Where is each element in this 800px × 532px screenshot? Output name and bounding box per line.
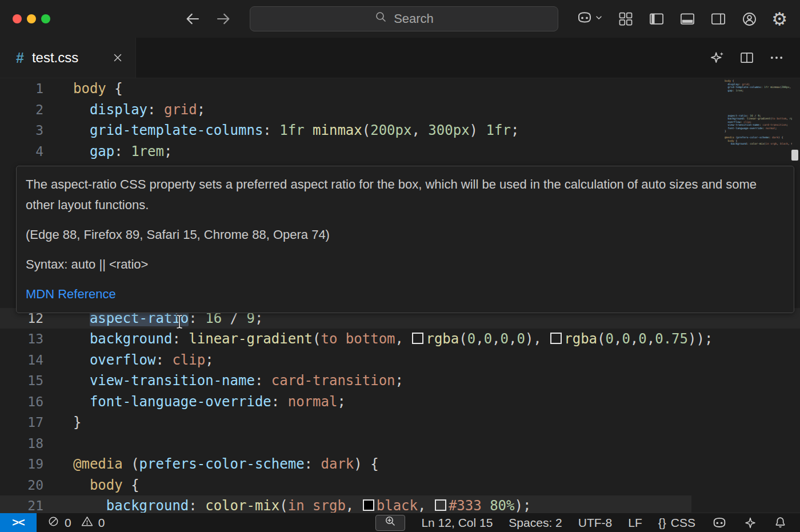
token: 1fr	[279, 122, 313, 138]
encoding-status[interactable]: UTF-8	[578, 516, 613, 530]
token: :	[156, 352, 173, 368]
token: background	[106, 498, 189, 513]
copilot-sparkle-icon[interactable]	[709, 49, 726, 66]
tooltip-browser-support: (Edge 88, Firefox 89, Safari 15, Chrome …	[26, 225, 785, 245]
more-actions-icon[interactable]	[768, 49, 785, 66]
color-swatch[interactable]	[550, 333, 562, 344]
maximize-window-button[interactable]	[41, 14, 50, 23]
token: black	[377, 498, 418, 513]
line-number[interactable]: 21	[0, 498, 43, 513]
code-text: body {	[73, 475, 139, 496]
token: dark	[321, 456, 354, 472]
cursor-position-status[interactable]: Ln 12, Col 15	[421, 516, 493, 530]
token: 80%	[490, 498, 514, 513]
token	[73, 143, 90, 159]
code-line[interactable]: 17}	[0, 412, 800, 433]
editor: 1body {2 display: grid;3 grid-template-c…	[0, 78, 800, 513]
color-swatch[interactable]	[412, 333, 423, 344]
line-number[interactable]: 2	[0, 102, 43, 117]
toggle-primary-sidebar-icon[interactable]	[648, 10, 665, 27]
tab-test-css[interactable]: # test.css	[0, 38, 136, 78]
traffic-lights	[13, 14, 50, 23]
line-number[interactable]: 4	[0, 144, 43, 159]
token: (	[123, 456, 139, 472]
color-swatch[interactable]	[363, 499, 374, 511]
code-line[interactable]: 19@media (prefers-color-scheme: dark) {	[0, 454, 800, 475]
close-window-button[interactable]	[13, 14, 22, 23]
color-swatch[interactable]	[435, 499, 446, 511]
forward-arrow-icon[interactable]	[215, 10, 232, 27]
token: }	[73, 414, 81, 430]
split-editor-icon[interactable]	[738, 49, 755, 66]
account-icon[interactable]	[741, 10, 758, 27]
code-line[interactable]: 1body {	[0, 78, 800, 99]
token: (	[362, 122, 370, 138]
line-number[interactable]: 19	[0, 457, 43, 471]
warning-count: 0	[98, 516, 105, 530]
token: :	[114, 143, 131, 159]
code-line[interactable]: 18	[0, 433, 800, 454]
minimap[interactable]: body { display: grid; grid-template-colu…	[725, 79, 792, 146]
minimize-window-button[interactable]	[27, 14, 36, 23]
token: ;	[395, 373, 403, 389]
line-number[interactable]: 3	[0, 123, 43, 138]
line-number[interactable]: 1	[0, 81, 43, 96]
code-line[interactable]: 14 overflow: clip;	[0, 350, 800, 371]
token: :	[305, 456, 321, 472]
toggle-panel-icon[interactable]	[679, 10, 696, 27]
notifications-bell-icon[interactable]	[773, 515, 787, 530]
mdn-reference-link[interactable]: MDN Reference	[26, 284, 116, 305]
error-count: 0	[65, 516, 71, 530]
tabbar: # test.css	[0, 38, 800, 78]
code-line[interactable]: 15 view-transition-name: card-transition…	[0, 370, 800, 391]
settings-gear-icon[interactable]: ⚙	[771, 10, 787, 28]
indentation-status[interactable]: Spaces: 2	[509, 516, 562, 530]
copilot-menu-button[interactable]	[576, 9, 603, 29]
token: 1fr	[486, 122, 511, 138]
code-line[interactable]: 16 font-language-override: normal;	[0, 391, 800, 413]
zoom-in-icon	[383, 514, 397, 531]
scrollbar-thumb[interactable]	[791, 150, 798, 161]
sparkle-status-icon[interactable]	[743, 516, 757, 530]
token	[73, 477, 90, 493]
mouse-cursor-ibeam	[174, 314, 185, 332]
code-line[interactable]: 20 body {	[0, 475, 800, 496]
line-number[interactable]: 17	[0, 415, 43, 430]
token: )	[470, 122, 486, 138]
language-label: CSS	[671, 516, 695, 530]
token: ) {	[354, 456, 378, 472]
line-number[interactable]: 18	[0, 436, 43, 451]
token: ,	[418, 498, 434, 513]
line-number[interactable]: 15	[0, 373, 43, 388]
code-line[interactable]: 4 gap: 1rem;	[0, 141, 800, 162]
token: card-transition	[271, 373, 395, 389]
eol-status[interactable]: LF	[628, 516, 642, 530]
problems-status[interactable]: 0 0	[47, 515, 109, 531]
token: {	[123, 477, 139, 493]
remote-indicator[interactable]: ><	[0, 513, 37, 532]
code-line[interactable]: 2 display: grid;	[0, 99, 800, 121]
hover-tooltip: The aspect-ratio CSS property sets a pre…	[16, 166, 794, 313]
toggle-secondary-sidebar-icon[interactable]	[710, 10, 727, 27]
zoom-status-item[interactable]	[375, 515, 405, 531]
line-number[interactable]: 16	[0, 394, 43, 409]
customize-layout-icon[interactable]	[617, 10, 634, 27]
line-number[interactable]: 14	[0, 353, 43, 367]
token: ));	[688, 331, 713, 347]
code-line[interactable]: 21 background: color-mix(in srgb, black,…	[0, 495, 800, 513]
line-number[interactable]: 20	[0, 478, 43, 493]
back-arrow-icon[interactable]	[184, 10, 201, 27]
token	[73, 122, 90, 138]
token	[482, 498, 490, 513]
code-line[interactable]: 3 grid-template-columns: 1fr minmax(200p…	[0, 120, 800, 141]
line-number[interactable]: 13	[0, 331, 43, 346]
language-mode-status[interactable]: {} CSS	[658, 516, 695, 530]
search-box[interactable]: Search	[250, 6, 558, 31]
token: grid	[164, 102, 197, 118]
close-tab-icon[interactable]	[111, 51, 124, 64]
copilot-status-icon[interactable]	[711, 515, 727, 531]
token: :	[255, 373, 271, 389]
css-file-icon: #	[16, 50, 24, 66]
code-line[interactable]: 13 background: linear-gradient(to bottom…	[0, 329, 800, 350]
minimap-content: body { display: grid; grid-template-colu…	[725, 79, 792, 146]
